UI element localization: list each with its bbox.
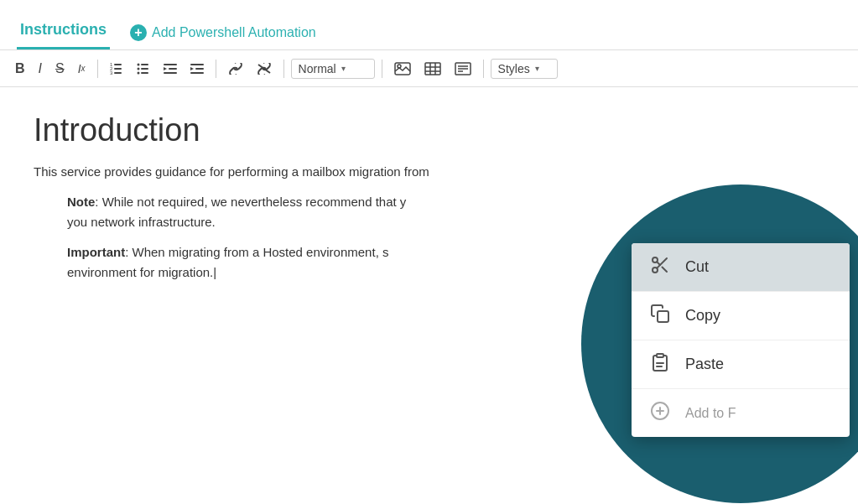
tab-bar: Instructions + Add Powershell Automation (0, 0, 858, 50)
svg-rect-13 (169, 68, 177, 70)
body-paragraph-1: This service provides guidance for perfo… (34, 162, 824, 182)
indent-decrease-button[interactable] (159, 59, 182, 79)
format-dropdown-arrow: ▾ (341, 64, 346, 73)
unordered-list-icon (137, 62, 150, 75)
svg-rect-38 (657, 354, 663, 357)
paste-icon (648, 352, 672, 377)
add-to-label: Add to F (685, 406, 736, 421)
tab-instructions-label: Instructions (20, 21, 107, 38)
bold-button[interactable]: B (10, 58, 30, 80)
special-chars-icon (455, 62, 471, 75)
svg-point-8 (137, 67, 139, 70)
svg-rect-2 (114, 72, 122, 74)
svg-point-6 (137, 63, 139, 65)
toolbar-separator-1 (97, 60, 98, 78)
unordered-list-button[interactable] (132, 59, 155, 79)
svg-rect-11 (141, 72, 148, 74)
context-menu-add-to[interactable]: Add to F (632, 389, 850, 437)
svg-rect-14 (164, 72, 177, 74)
strikethrough-button[interactable]: S (50, 58, 70, 80)
svg-rect-9 (141, 68, 148, 70)
tab-add-label: Add Powershell Automation (152, 25, 316, 40)
table-button[interactable] (419, 59, 446, 79)
styles-label: Styles (498, 62, 530, 75)
tab-add-powershell[interactable]: + Add Powershell Automation (127, 16, 320, 49)
unlink-button[interactable] (252, 60, 277, 78)
svg-marker-19 (190, 67, 194, 70)
svg-marker-15 (164, 67, 167, 70)
svg-text:3: 3 (110, 70, 113, 75)
ordered-list-icon: 1 2 3 (110, 62, 123, 75)
svg-line-36 (657, 262, 660, 265)
svg-rect-17 (195, 68, 204, 70)
image-icon (394, 62, 411, 75)
link-icon (228, 63, 243, 75)
svg-rect-23 (425, 63, 440, 75)
scissors-icon (648, 255, 672, 279)
format-dropdown[interactable]: Normal ▾ (291, 59, 375, 79)
editor-title: Introduction (34, 112, 824, 148)
special-chars-button[interactable] (450, 59, 476, 79)
indent-increase-button[interactable] (185, 59, 209, 79)
copy-label: Copy (685, 307, 720, 325)
toolbar-separator-2 (216, 60, 216, 78)
toolbar-separator-4 (382, 60, 382, 78)
svg-rect-18 (190, 72, 204, 74)
context-menu-paste[interactable]: Paste (632, 340, 850, 389)
image-button[interactable] (389, 59, 416, 79)
svg-rect-12 (164, 64, 177, 65)
svg-line-35 (662, 267, 667, 272)
tab-instructions[interactable]: Instructions (17, 13, 110, 49)
toolbar: B I S Ix 1 2 3 (0, 50, 858, 87)
svg-point-10 (137, 71, 139, 74)
paste-label: Paste (685, 356, 724, 373)
svg-rect-1 (114, 68, 122, 70)
context-menu-copy[interactable]: Copy (632, 292, 850, 340)
context-menu-cut[interactable]: Cut (632, 243, 850, 292)
toolbar-separator-3 (283, 60, 284, 78)
context-menu: Cut Copy Paste Ad (632, 243, 850, 437)
indent-decrease-icon (164, 62, 177, 75)
copy-icon (648, 304, 672, 328)
link-button[interactable] (223, 60, 248, 78)
toolbar-separator-5 (483, 60, 484, 78)
plus-icon: + (130, 24, 147, 41)
format-label: Normal (299, 62, 336, 75)
svg-rect-37 (658, 311, 668, 322)
clear-format-button[interactable]: Ix (73, 59, 91, 79)
italic-button[interactable]: I (34, 58, 47, 80)
indent-increase-icon (190, 62, 204, 75)
ordered-list-button[interactable]: 1 2 3 (105, 59, 128, 79)
cut-label: Cut (685, 258, 709, 276)
svg-rect-7 (141, 64, 148, 65)
styles-dropdown-arrow: ▾ (535, 64, 539, 73)
add-to-icon (648, 401, 672, 425)
unlink-icon (257, 63, 272, 75)
table-icon (424, 62, 441, 75)
svg-rect-0 (114, 64, 122, 65)
styles-dropdown[interactable]: Styles ▾ (491, 59, 558, 79)
svg-rect-16 (190, 64, 204, 65)
